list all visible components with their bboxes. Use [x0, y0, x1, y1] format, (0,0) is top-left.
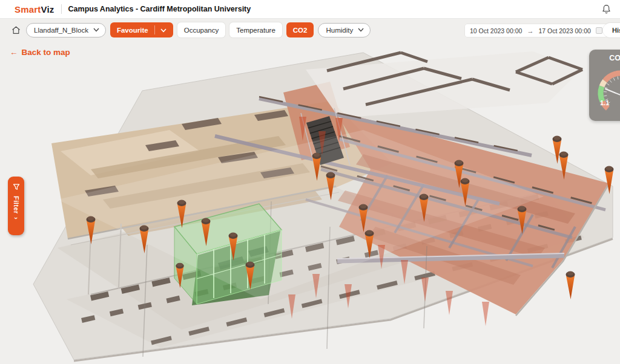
filter-chevron-icon: › [13, 217, 20, 219]
smartviz-app: SmartViz Campus Analytics - Cardiff Metr… [0, 0, 620, 364]
date-range-start[interactable]: 10 Oct 2023 00:00 [470, 27, 522, 34]
gauge-title: CO2 [589, 54, 620, 62]
notifications-bell-icon[interactable] [601, 4, 612, 17]
building-select-value: Llandaff_N_Block [34, 27, 88, 34]
chevron-down-icon [93, 28, 99, 32]
calendar-icon[interactable] [596, 27, 602, 34]
home-icon[interactable] [10, 24, 22, 36]
building-select[interactable]: Llandaff_N_Block [26, 23, 106, 37]
page-title: Campus Analytics - Cardiff Metropolitan … [68, 5, 251, 13]
occupancy-label: Occupancy [184, 27, 219, 34]
favourite-split-divider [154, 25, 155, 34]
favourite-button[interactable]: Favourite [110, 22, 173, 37]
history-button[interactable]: History [603, 23, 620, 37]
building-3d-view[interactable] [0, 45, 620, 364]
humidity-select[interactable]: Humidity [318, 23, 371, 37]
filter-label: Filter [13, 196, 20, 214]
co2-gauge-panel: CO2 1.1 [589, 50, 620, 121]
logo-viz: Viz [41, 4, 54, 15]
back-arrow-icon: ← [10, 48, 18, 57]
back-to-map-label: Back to map [22, 48, 70, 57]
filter-icon [13, 182, 20, 193]
date-range-end[interactable]: 17 Oct 2023 00:00 [538, 27, 590, 34]
filter-panel-toggle[interactable]: Filter › [8, 177, 24, 235]
gauge-needle [605, 89, 620, 98]
temperature-button[interactable]: Temperature [229, 22, 282, 37]
chevron-down-icon [358, 28, 364, 32]
back-to-map-link[interactable]: ← Back to map [10, 48, 70, 57]
app-header: SmartViz Campus Analytics - Cardiff Metr… [0, 0, 620, 19]
gauge-value: 1.1 [600, 99, 609, 106]
favourite-label: Favourite [117, 27, 148, 34]
date-range-picker[interactable]: 10 Oct 2023 00:00 → 17 Oct 2023 00:00 [465, 24, 607, 37]
logo-smart: Smart [15, 4, 41, 15]
toolbar: Llandaff_N_Block Favourite Occupancy Tem… [10, 22, 371, 37]
gauge-dial [589, 64, 620, 121]
date-range-pill[interactable]: 10 Oct 2023 00:00 → 17 Oct 2023 00:00 [465, 24, 607, 37]
occupancy-button[interactable]: Occupancy [177, 22, 226, 37]
chevron-down-icon[interactable] [160, 27, 167, 34]
smartviz-logo[interactable]: SmartViz [15, 4, 54, 15]
temperature-label: Temperature [236, 27, 275, 34]
humidity-select-value: Humidity [326, 27, 353, 34]
co2-button[interactable]: CO2 [286, 22, 314, 37]
history-label: History [612, 27, 620, 34]
co2-label: CO2 [293, 27, 308, 34]
date-range-arrow: → [527, 27, 533, 34]
header-divider [61, 4, 62, 14]
